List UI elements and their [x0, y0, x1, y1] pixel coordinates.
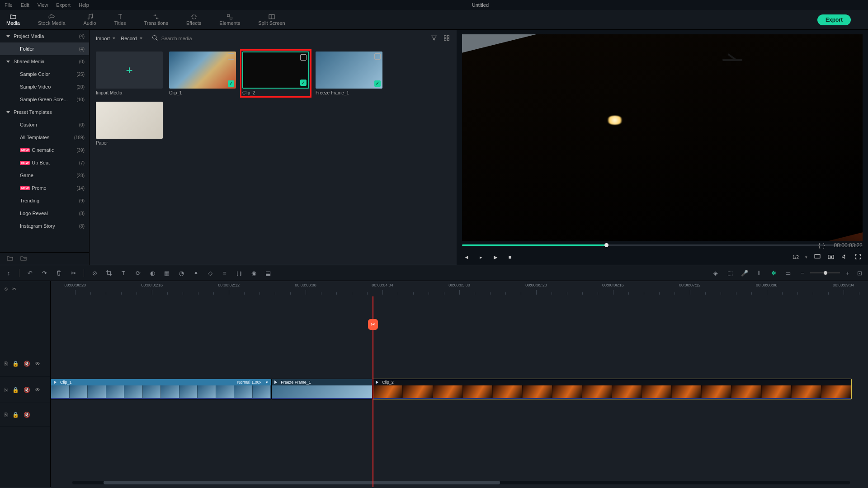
menu-export[interactable]: Export: [56, 2, 71, 8]
chevron-down-icon[interactable]: ▾: [805, 255, 807, 259]
arrow-icon[interactable]: ↕: [5, 269, 13, 277]
menu-file[interactable]: File: [5, 2, 13, 8]
chevron-down-icon[interactable]: ▾: [266, 380, 268, 385]
redo-icon[interactable]: ↷: [40, 269, 48, 277]
sidebar-promo[interactable]: NEW Promo (14): [0, 182, 89, 194]
sidebar-all-templates[interactable]: All Templates (189): [0, 131, 89, 144]
sidebar-game[interactable]: Game (28): [0, 169, 89, 182]
sidebar-sample-video[interactable]: Sample Video (20): [0, 80, 89, 93]
sidebar-project-media[interactable]: Project Media (4): [0, 30, 89, 42]
scrub-knob[interactable]: [604, 243, 609, 247]
record-dropdown[interactable]: Record: [121, 36, 142, 41]
timeline-freeze[interactable]: Freeze Frame_1: [271, 379, 373, 399]
mute-icon[interactable]: 🔇: [24, 361, 30, 367]
sidebar-cinematic[interactable]: NEW Cinematic (39): [0, 144, 89, 156]
marker2-icon[interactable]: ◈: [712, 269, 720, 277]
media-import-tile[interactable]: + Import Media: [96, 52, 163, 95]
media-clip2[interactable]: ✓ Clip_2: [242, 52, 309, 95]
media-freeze[interactable]: ✓ Freeze Frame_1: [316, 52, 382, 95]
search-input[interactable]: [161, 36, 243, 41]
zoom-in-icon[interactable]: +: [844, 269, 852, 277]
sidebar-folder[interactable]: Folder (4): [0, 42, 89, 55]
sidebar-shared-media[interactable]: Shared Media (0): [0, 55, 89, 68]
tab-elements[interactable]: Elements: [217, 12, 243, 28]
play-backward-button[interactable]: ▸: [477, 254, 485, 260]
color-icon[interactable]: ◐: [148, 269, 156, 277]
cut-mode-icon[interactable]: ✂: [12, 286, 16, 292]
sidebar-logo-reveal[interactable]: Logo Reveal (8): [0, 207, 89, 220]
prev-frame-button[interactable]: ◄: [463, 254, 470, 260]
grid-view-icon[interactable]: [443, 34, 450, 42]
crop-icon[interactable]: [105, 269, 113, 277]
link-icon[interactable]: ⎘: [5, 412, 8, 418]
sidebar-preset-templates[interactable]: Preset Templates: [0, 106, 89, 118]
timeline-scrollbar[interactable]: [72, 481, 850, 484]
motion-icon[interactable]: ✦: [192, 269, 200, 277]
adjust-icon[interactable]: ≡: [221, 269, 229, 277]
mixer-icon[interactable]: ⫴: [755, 269, 763, 277]
lock-icon[interactable]: 🔒: [12, 387, 19, 393]
audio-sync-icon[interactable]: ⫿⫿: [235, 269, 243, 277]
tab-transitions[interactable]: Transitions: [142, 12, 171, 28]
add-folder-icon[interactable]: [20, 255, 27, 263]
mic-icon[interactable]: 🎤: [741, 269, 749, 277]
eye-icon[interactable]: 👁: [35, 361, 40, 367]
link-icon[interactable]: ⎘: [5, 387, 8, 393]
timeline-ruler[interactable]: 00:00:00:2000:00:01:1600:00:02:1200:00:0…: [51, 281, 868, 296]
sidebar-upbeat[interactable]: NEW Up Beat (7): [0, 156, 89, 169]
timeline-clip1[interactable]: Clip_1Normal 1.00x▾: [51, 379, 271, 399]
zoom-out-icon[interactable]: −: [798, 269, 807, 277]
eye-icon[interactable]: 👁: [35, 387, 40, 393]
split-icon[interactable]: ✂: [69, 269, 77, 277]
volume-icon[interactable]: [841, 253, 848, 261]
sidebar-instagram[interactable]: Instagram Story (8): [0, 220, 89, 232]
sidebar-custom[interactable]: Custom (0): [0, 118, 89, 131]
fullscreen-icon[interactable]: [854, 253, 862, 261]
display-mode-icon[interactable]: [814, 253, 821, 261]
scissors-icon[interactable]: ✂: [368, 319, 378, 330]
record-vo-icon[interactable]: ◉: [250, 269, 258, 277]
mute-icon[interactable]: 🔇: [24, 387, 30, 393]
timeline-clip2[interactable]: Clip_2: [373, 379, 851, 399]
lock-icon[interactable]: 🔒: [12, 361, 19, 367]
tab-media[interactable]: Media: [4, 12, 23, 28]
menu-view[interactable]: View: [38, 2, 48, 8]
preview-canvas[interactable]: [462, 34, 863, 241]
scroll-thumb[interactable]: [104, 481, 500, 484]
green-screen-icon[interactable]: ▦: [163, 269, 171, 277]
sidebar-sample-green[interactable]: Sample Green Scre... (10): [0, 93, 89, 106]
auto-ripple-icon[interactable]: ✻: [769, 269, 778, 277]
snap-icon[interactable]: ▭: [784, 269, 792, 277]
undo-icon[interactable]: ↶: [26, 269, 34, 277]
keyframe-icon[interactable]: ◇: [206, 269, 214, 277]
lock-icon[interactable]: 🔒: [12, 412, 19, 418]
safezone-icon[interactable]: ⬚: [726, 269, 734, 277]
tab-split-screen[interactable]: Split Screen: [255, 12, 288, 28]
text-icon[interactable]: T: [119, 269, 127, 277]
tab-effects[interactable]: Effects: [184, 12, 204, 28]
magnet-icon[interactable]: ⎋: [5, 286, 8, 291]
tab-stock-media[interactable]: Stock Media: [35, 12, 68, 28]
sidebar-sample-color[interactable]: Sample Color (25): [0, 68, 89, 80]
menu-help[interactable]: Help: [79, 2, 89, 8]
play-button[interactable]: ▶: [492, 254, 499, 260]
speed-ramp-icon[interactable]: ◔: [177, 269, 185, 277]
sidebar-trending[interactable]: Trending (9): [0, 194, 89, 207]
timeline-zoom[interactable]: − + ⊡: [798, 269, 863, 277]
export-button[interactable]: Export: [817, 14, 851, 25]
menu-edit[interactable]: Edit: [21, 2, 29, 8]
stop-button[interactable]: ■: [506, 254, 514, 260]
delete-icon[interactable]: [55, 269, 63, 277]
speed-icon[interactable]: ⟳: [134, 269, 142, 277]
clip1-audio[interactable]: [51, 398, 271, 399]
clip2-audio[interactable]: [373, 398, 851, 399]
tracks-area[interactable]: ✂ Clip_1Normal 1.00x▾ Freeze Frame_1 Cli…: [51, 296, 868, 487]
mute-icon[interactable]: 🔇: [24, 412, 30, 418]
tab-audio[interactable]: Audio: [81, 12, 99, 28]
marker-icon[interactable]: ⬓: [264, 269, 272, 277]
preview-scrubber[interactable]: {}00:00:03:22: [462, 241, 863, 249]
snapshot-icon[interactable]: [827, 253, 835, 261]
tab-titles[interactable]: Titles: [112, 12, 129, 28]
prohibit-icon[interactable]: ⊘: [90, 269, 99, 277]
zoom-fit-icon[interactable]: ⊡: [855, 269, 863, 277]
